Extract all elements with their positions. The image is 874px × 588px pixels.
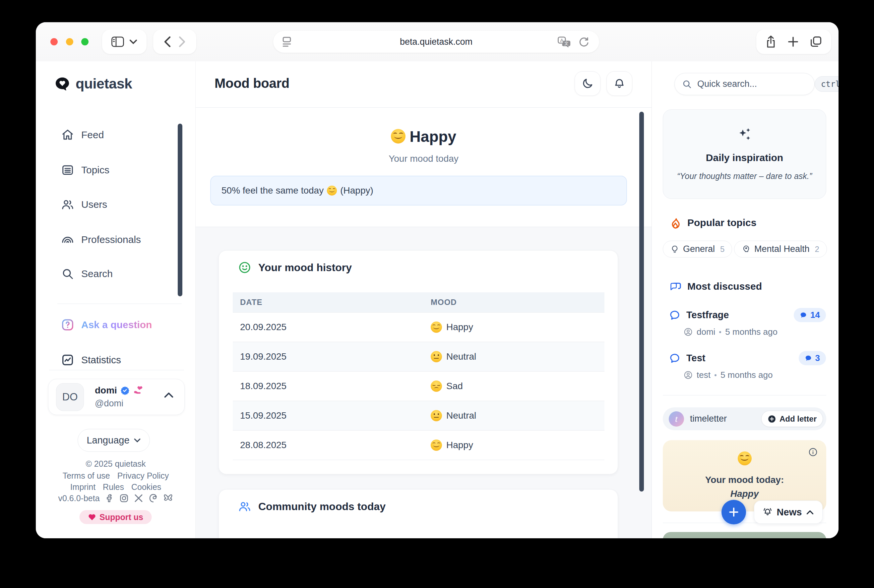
minimize-window-button[interactable]: [66, 38, 73, 45]
forward-button[interactable]: [179, 36, 186, 48]
table-row[interactable]: 19.09.2025 Neutral: [233, 342, 604, 372]
news-button-label: News: [777, 507, 802, 518]
flame-icon: [669, 216, 682, 229]
app-logo[interactable]: quietask: [55, 76, 132, 92]
dark-mode-button[interactable]: [575, 71, 601, 96]
inspiration-quote: “Your thoughts matter – dare to ask.”: [663, 171, 826, 181]
neutral-emoji: [431, 410, 442, 421]
user-card[interactable]: DO domi @domi: [48, 379, 185, 415]
quick-search[interactable]: ctrl+k: [674, 73, 815, 95]
column-header-mood: MOOD: [423, 292, 604, 312]
most-discussed-header: Most discussed: [669, 280, 762, 292]
card-title: Your mood history: [258, 261, 352, 274]
sidebar-item-ask-question[interactable]: Ask a question: [62, 318, 152, 331]
address-bar[interactable]: beta.quietask.com A文: [273, 31, 599, 53]
sidebar-toggle-group: [102, 30, 147, 54]
discussed-item-title: Testfrage: [686, 310, 788, 321]
circle-plus-icon: [767, 415, 776, 423]
discussed-item[interactable]: Testfrage 14 domi 5 months ago: [669, 308, 826, 337]
sidebar-divider: [49, 370, 184, 370]
sidebar-item-users[interactable]: Users: [62, 198, 107, 211]
table-row[interactable]: 20.09.2025 Happy: [233, 312, 604, 342]
sidebar-divider: [57, 304, 182, 304]
privacy-link[interactable]: Privacy Policy: [117, 471, 169, 480]
sidebar-item-feed[interactable]: Feed: [62, 129, 104, 141]
zoom-window-button[interactable]: [81, 38, 89, 45]
sparkles-icon: [663, 127, 826, 141]
svg-text:A: A: [560, 38, 563, 43]
reload-icon[interactable]: [578, 36, 589, 47]
table-row[interactable]: 15.09.2025 Neutral: [233, 401, 604, 430]
translate-icon[interactable]: A文: [557, 36, 571, 47]
chevron-down-icon[interactable]: [129, 39, 138, 45]
happy-emoji: [431, 321, 442, 333]
chevron-down-icon: [134, 438, 141, 443]
sidebar-item-label: Ask a question: [81, 320, 152, 330]
close-window-button[interactable]: [50, 38, 58, 45]
add-letter-button[interactable]: Add letter: [761, 411, 823, 427]
moon-icon: [581, 78, 593, 90]
community-users-icon: [239, 500, 251, 513]
section-title: Most discussed: [687, 281, 762, 292]
keyboard-shortcut-badge: ctrl+k: [815, 76, 838, 92]
language-button-label: Language: [87, 435, 129, 446]
bell-icon: [613, 78, 625, 90]
chat-bubbles-icon: [669, 280, 682, 292]
happy-emoji: [431, 440, 442, 451]
timeletter-avatar: t: [669, 411, 684, 427]
share-icon[interactable]: [766, 35, 776, 48]
facebook-icon[interactable]: [104, 493, 114, 503]
plus-icon: [727, 506, 740, 519]
tab-overview-icon[interactable]: [810, 36, 822, 48]
sidebar-scrollbar[interactable]: [178, 124, 182, 296]
right-sidebar: ctrl+k Daily inspiration “Your thoughts …: [652, 62, 838, 538]
x-icon[interactable]: [134, 493, 144, 503]
sidebar-item-statistics[interactable]: Statistics: [62, 354, 121, 366]
notifications-button[interactable]: [607, 71, 632, 96]
instagram-icon[interactable]: [119, 493, 129, 503]
dot-separator: [719, 331, 721, 333]
sidebar-item-search[interactable]: Search: [62, 267, 113, 280]
bell-alert-icon: [763, 507, 773, 517]
chat-bubble-icon: [669, 352, 680, 364]
quietask-logo-icon: [55, 77, 70, 91]
sidebar-item-topics[interactable]: Topics: [62, 164, 110, 176]
topic-chip-count: 5: [720, 244, 724, 254]
heart-icon: [88, 513, 96, 521]
add-post-fab[interactable]: [721, 500, 746, 524]
terms-link[interactable]: Terms of use: [63, 471, 110, 480]
imprint-link[interactable]: Imprint: [70, 482, 96, 492]
news-button[interactable]: News: [754, 501, 823, 524]
discussed-item-title: Test: [686, 352, 793, 364]
question-icon: [62, 318, 74, 331]
url-text[interactable]: beta.quietask.com: [273, 37, 599, 47]
table-row[interactable]: 18.09.2025 Sad: [233, 372, 604, 401]
language-button[interactable]: Language: [78, 429, 150, 452]
head-heart-icon: [742, 245, 750, 254]
daily-inspiration-card: Daily inspiration “Your thoughts matter …: [663, 110, 826, 199]
cookies-link[interactable]: Cookies: [131, 482, 161, 492]
cards-zone: Your mood history DATE MOOD 20.09.2025: [196, 227, 652, 538]
sidebar-item-professionals[interactable]: Professionals: [62, 233, 141, 246]
search-input[interactable]: [697, 79, 815, 89]
table-row[interactable]: 28.08.2025 Happy: [233, 430, 604, 460]
comment-count-badge: 3: [799, 351, 826, 365]
topic-chip-mental-health[interactable]: Mental Health 2: [734, 241, 827, 258]
lightbulb-icon: [670, 245, 679, 254]
sidebar-toggle-icon[interactable]: [111, 36, 124, 47]
threads-icon[interactable]: [148, 493, 158, 503]
main-scrollbar[interactable]: [639, 112, 644, 492]
chat-bubble-icon: [669, 310, 680, 321]
community-moods-card: Community moods today Happy 50%: [218, 489, 618, 538]
new-tab-icon[interactable]: [787, 36, 799, 47]
back-button[interactable]: [163, 36, 171, 48]
rules-link[interactable]: Rules: [103, 482, 124, 492]
user-name: domi: [95, 385, 117, 396]
support-us-button[interactable]: Support us: [79, 510, 152, 524]
chevron-up-icon[interactable]: [164, 392, 174, 398]
app-sidebar: quietask Feed Topics Users Professionals…: [36, 62, 196, 538]
topic-chip-general[interactable]: General 5: [663, 241, 732, 258]
search-icon: [62, 267, 74, 280]
bluesky-icon[interactable]: [163, 493, 173, 503]
discussed-item[interactable]: Test 3 test 5 months ago: [669, 351, 826, 380]
